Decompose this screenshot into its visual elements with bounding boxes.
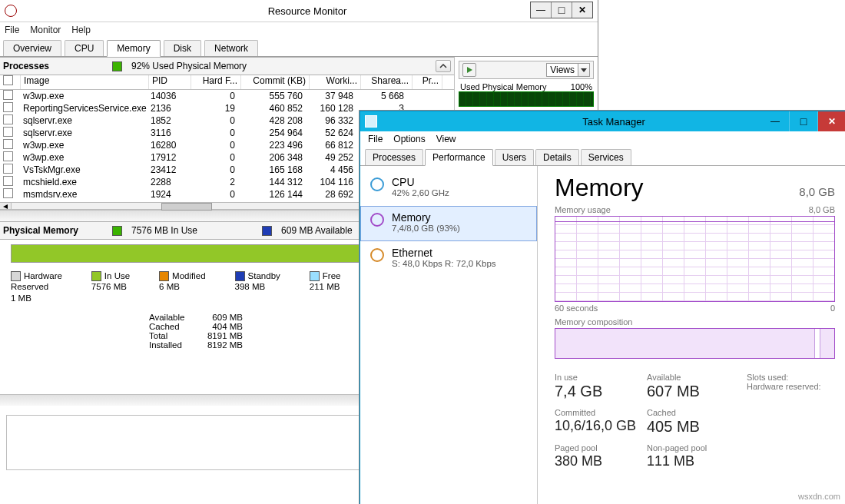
stat-cached-label: Cached: [647, 408, 747, 417]
views-dropdown-icon[interactable]: [578, 63, 590, 77]
nav-cpu-title: CPU: [392, 176, 449, 188]
available-swatch: [262, 226, 272, 236]
tab-memory[interactable]: Memory: [107, 40, 160, 57]
row-checkbox[interactable]: [3, 164, 13, 174]
tab-processes[interactable]: Processes: [365, 149, 423, 165]
memory-composition-label: Memory composition: [555, 317, 632, 327]
nav-ethernet[interactable]: Ethernet S: 48,0 Kbps R: 72,0 Kbps: [360, 241, 537, 277]
tab-disk[interactable]: Disk: [164, 40, 201, 56]
legend-item: Free211 MB: [310, 270, 341, 303]
play-icon[interactable]: [462, 63, 476, 77]
tab-performance[interactable]: Performance: [425, 149, 493, 166]
tab-network[interactable]: Network: [204, 40, 258, 56]
tab-overview[interactable]: Overview: [3, 40, 61, 56]
row-checkbox[interactable]: [3, 114, 13, 124]
menu-help[interactable]: Help: [71, 25, 91, 35]
close-button[interactable]: ✕: [572, 2, 592, 18]
tab-details[interactable]: Details: [535, 149, 579, 165]
available-text: 609 MB Available: [281, 225, 353, 236]
stat-available-value: 607 MB: [647, 383, 747, 400]
col-shareable[interactable]: Sharea...: [361, 75, 413, 89]
cpu-ring-icon: [370, 177, 384, 191]
stat-nonpagedpool-value: 111 MB: [647, 453, 747, 469]
scroll-thumb[interactable]: [161, 203, 212, 211]
menu-options[interactable]: Options: [393, 134, 425, 144]
col-commit[interactable]: Commit (KB): [241, 75, 310, 89]
row-checkbox[interactable]: [3, 188, 13, 198]
menu-file[interactable]: File: [368, 134, 383, 144]
tm-titlebar[interactable]: Task Manager — □ ✕: [360, 111, 845, 131]
table-row[interactable]: w3wp.exe140360555 76037 9485 668: [0, 90, 454, 102]
maximize-button[interactable]: □: [551, 2, 572, 18]
legend-item: Standby398 MB: [235, 270, 280, 303]
stat-committed-value: 10,6/16,0 GB: [555, 418, 647, 434]
chevron-up-icon[interactable]: [436, 60, 451, 72]
scroll-left-icon[interactable]: ◂: [0, 203, 12, 209]
rm-app-icon: [5, 5, 17, 17]
mem-usage-legend-text: 92% Used Physical Memory: [131, 61, 247, 71]
col-pid[interactable]: PID: [149, 75, 191, 89]
side-chart-right: 100%: [571, 82, 592, 91]
processes-title: Processes: [3, 61, 103, 71]
nav-ethernet-title: Ethernet: [392, 247, 496, 259]
tm-tabs: Processes Performance Users Details Serv…: [360, 147, 845, 166]
side-chart-label: Used Physical Memory: [460, 82, 546, 91]
minimize-button[interactable]: —: [761, 111, 789, 131]
nav-cpu[interactable]: CPU 42% 2,60 GHz: [360, 171, 537, 206]
memory-heading: Memory: [555, 174, 644, 202]
stat-hw-label: Hardware reserved:: [747, 382, 845, 391]
memory-total: 8,0 GB: [799, 185, 835, 198]
minimize-button[interactable]: —: [531, 2, 551, 18]
ethernet-ring-icon: [370, 248, 384, 262]
row-checkbox[interactable]: [3, 151, 13, 161]
col-image[interactable]: Image: [21, 75, 149, 89]
memory-composition-chart: [555, 328, 835, 359]
nav-ethernet-sub: S: 48,0 Kbps R: 72,0 Kbps: [392, 259, 496, 268]
tab-cpu[interactable]: CPU: [65, 40, 104, 56]
tab-users[interactable]: Users: [495, 149, 534, 165]
physical-memory-title: Physical Memory: [3, 225, 103, 236]
watermark: wsxdn.com: [798, 492, 840, 501]
task-manager-window: Task Manager — □ ✕ File Options View Pro…: [360, 111, 845, 504]
tab-services[interactable]: Services: [581, 149, 631, 165]
tm-main-panel: Memory 8,0 GB Memory usage 8,0 GB 60 sec…: [538, 166, 845, 504]
rm-tabs: Overview CPU Memory Disk Network: [0, 38, 598, 57]
chart-xmax: 0: [830, 303, 835, 313]
maximize-button[interactable]: □: [789, 111, 817, 131]
col-hardfaults[interactable]: Hard F...: [191, 75, 241, 89]
legend-item: Modified6 MB: [159, 270, 205, 303]
inuse-swatch: [112, 226, 122, 236]
process-table-header[interactable]: Image PID Hard F... Commit (KB) Worki...…: [0, 75, 454, 90]
processes-section-header[interactable]: Processes 92% Used Physical Memory: [0, 57, 454, 75]
select-all-checkbox[interactable]: [3, 75, 13, 85]
memory-stats-grid: In use 7,4 GB Available 607 MB Slots use…: [555, 373, 835, 469]
menu-monitor[interactable]: Monitor: [30, 25, 61, 35]
stat-pagedpool-label: Paged pool: [555, 443, 647, 453]
menu-view[interactable]: View: [436, 134, 456, 144]
memory-usage-label: Memory usage: [555, 205, 611, 214]
tm-nav: CPU 42% 2,60 GHz Memory 7,4/8,0 GB (93%)…: [360, 166, 538, 504]
rm-title: Resource Monitor: [17, 5, 598, 17]
memory-ring-icon: [370, 213, 384, 227]
close-button[interactable]: ✕: [817, 111, 845, 131]
nav-memory-sub: 7,4/8,0 GB (93%): [392, 224, 460, 233]
inuse-text: 7576 MB In Use: [131, 225, 197, 236]
nav-memory[interactable]: Memory 7,4/8,0 GB (93%): [360, 206, 537, 241]
menu-file[interactable]: File: [5, 25, 19, 35]
stat-inuse-value: 7,4 GB: [555, 383, 647, 400]
rm-titlebar[interactable]: Resource Monitor — □ ✕: [0, 0, 598, 22]
nav-cpu-sub: 42% 2,60 GHz: [392, 188, 449, 197]
row-checkbox[interactable]: [3, 90, 13, 100]
col-working[interactable]: Worki...: [310, 75, 361, 89]
stat-nonpagedpool-label: Non-paged pool: [647, 443, 747, 453]
row-checkbox[interactable]: [3, 176, 13, 186]
col-private[interactable]: Pr...: [413, 75, 442, 89]
stat-inuse-label: In use: [555, 373, 647, 382]
row-checkbox[interactable]: [3, 139, 13, 149]
row-checkbox[interactable]: [3, 127, 13, 137]
chart-xmin: 60 seconds: [555, 303, 598, 313]
nav-memory-title: Memory: [392, 211, 460, 224]
views-button[interactable]: Views: [546, 63, 578, 77]
row-checkbox[interactable]: [3, 102, 13, 112]
memory-usage-max: 8,0 GB: [809, 205, 835, 214]
